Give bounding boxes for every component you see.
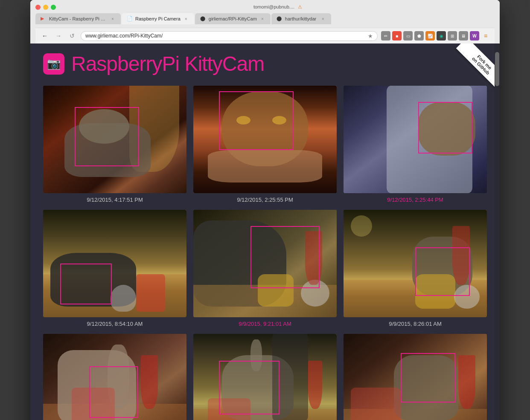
nav-action-menu[interactable]: ≡ <box>481 31 490 41</box>
cat-9 <box>394 355 458 420</box>
tab-close-girliemac[interactable]: × <box>259 16 265 22</box>
floral-7 <box>72 388 115 420</box>
browser-window: tomomi@pubnub.... ⚠ ▶ KittyCam - Raspber… <box>30 0 500 420</box>
timestamp-3: 9/12/2015, 2:25:44 PM <box>387 197 443 203</box>
image-cell-4: 9/12/2015, 8:54:10 AM <box>43 210 186 327</box>
person-legs-8 <box>272 334 308 420</box>
nav-action-monitor2[interactable]: 🖥 <box>459 31 468 41</box>
page-header: 📷 RaspberryPi KittyCam <box>43 52 487 75</box>
address-text: www.girliemac.com/RPi-KittyCam/ <box>85 33 365 39</box>
nav-action-chart[interactable]: 📈 <box>425 31 435 41</box>
light-6 <box>351 215 372 237</box>
tab-kittycam[interactable]: ▶ KittyCam - Raspberry Pi C... × <box>35 13 121 24</box>
image-container-3[interactable] <box>344 86 487 193</box>
minimize-button[interactable] <box>43 5 48 10</box>
fork-ribbon-label: Fork meon GitHub <box>456 43 500 90</box>
window-title-area: tomomi@pubnub.... ⚠ <box>61 4 495 10</box>
white-bowl-6 <box>454 285 480 308</box>
red-vase-8 <box>308 361 323 409</box>
image-cell-3: 9/12/2015, 2:25:44 PM <box>344 86 487 203</box>
forward-button[interactable]: → <box>53 31 64 41</box>
nav-action-red[interactable]: ■ <box>392 31 402 41</box>
tab-close-raspberry[interactable]: × <box>183 16 189 22</box>
page-content: Fork meon GitHub 📷 RaspberryPi KittyCam <box>30 43 500 420</box>
scrollbar-thumb[interactable] <box>495 52 499 86</box>
maximize-button[interactable] <box>51 5 56 10</box>
user-label: tomomi@pubnub.... <box>253 4 294 10</box>
tab-raspberry[interactable]: 📄 Raspberry Pi Camera × <box>122 13 194 24</box>
red-vase-9 <box>458 355 475 409</box>
tab-favicon-harthur: ⬤ <box>277 16 282 22</box>
tab-favicon-raspberry: 📄 <box>127 16 133 22</box>
camera-icon: 📷 <box>43 53 64 75</box>
address-bar[interactable]: www.girliemac.com/RPi-KittyCam/ ★ <box>81 31 378 41</box>
navigation-bar: ← → ↺ www.girliemac.com/RPi-KittyCam/ ★ … <box>35 28 495 43</box>
image-container-1[interactable] <box>43 86 186 193</box>
page-title: RaspberryPi KittyCam <box>71 52 264 75</box>
tab-close-harthur[interactable]: × <box>320 16 326 22</box>
item-4 <box>136 274 165 312</box>
camera-glyph: 📷 <box>47 57 61 70</box>
red-item-6 <box>452 226 469 285</box>
cat-head-1 <box>79 109 129 144</box>
image-container-5[interactable] <box>193 210 337 317</box>
nav-action-circle[interactable]: ◉ <box>437 31 446 41</box>
red-item-5 <box>305 231 322 285</box>
nav-action-monitor[interactable]: ▭ <box>403 31 413 41</box>
nav-actions: ✏ ■ ▭ ⬟ 📈 ◉ ⊞ 🖥 W ≡ <box>381 31 490 41</box>
tab-label-harthur: harthur/kittydar <box>285 16 317 21</box>
image-container-7[interactable] <box>43 334 186 420</box>
food-bowl-5 <box>258 274 294 307</box>
tab-girliemac[interactable]: ⬤ girliemac/RPi-KittyCam × <box>195 13 271 24</box>
image-cell-1: 9/12/2015, 4:17:51 PM <box>43 86 186 203</box>
tabs-row: ▶ KittyCam - Raspberry Pi C... × 📄 Raspb… <box>35 13 495 24</box>
nav-action-w[interactable]: W <box>470 31 479 41</box>
browser-controls-row: tomomi@pubnub.... ⚠ <box>35 4 495 10</box>
food-bowl-6 <box>415 274 455 309</box>
image-cell-8 <box>193 334 337 420</box>
image-grid: 9/12/2015, 4:17:51 PM 9/12/2015, 2:25:55… <box>43 86 487 420</box>
image-container-6[interactable] <box>344 210 487 317</box>
cat-eye-left <box>236 116 251 125</box>
nav-action-bookmark[interactable]: ⬟ <box>414 31 424 41</box>
cat-tail-8 <box>250 339 262 372</box>
red-item-7 <box>141 355 158 409</box>
image-cell-2: 9/12/2015, 2:25:55 PM <box>193 86 337 203</box>
cat-eye-right <box>272 116 287 125</box>
traffic-lights <box>35 5 56 10</box>
tab-label-kittycam: KittyCam - Raspberry Pi C... <box>49 16 107 21</box>
timestamp-1: 9/12/2015, 4:17:51 PM <box>87 197 143 203</box>
close-button[interactable] <box>35 5 41 10</box>
tab-label-raspberry: Raspberry Pi Camera <box>135 16 181 21</box>
timestamp-2: 9/12/2015, 2:25:55 PM <box>237 197 293 203</box>
image-cell-9 <box>344 334 487 420</box>
refresh-button[interactable]: ↺ <box>67 31 77 41</box>
timestamp-5: 9/9/2015, 9:21:01 AM <box>239 321 291 327</box>
tab-favicon-kittycam: ▶ <box>41 16 47 22</box>
timestamp-6: 9/9/2015, 8:26:01 AM <box>389 321 442 327</box>
tab-label-girliemac: girliemac/RPi-KittyCam <box>209 16 257 21</box>
floral-9 <box>351 388 401 420</box>
browser-titlebar: tomomi@pubnub.... ⚠ ▶ KittyCam - Raspber… <box>30 0 500 43</box>
cat-3 <box>418 102 475 156</box>
hands-2 <box>208 150 323 182</box>
image-cell-5: 9/9/2015, 9:21:01 AM <box>193 210 337 327</box>
scrollbar[interactable] <box>495 43 500 420</box>
floral-8 <box>208 398 251 420</box>
tab-harthur[interactable]: ⬤ harthur/kittydar × <box>271 13 331 24</box>
bowl-4 <box>111 285 136 312</box>
warning-icon: ⚠ <box>298 4 302 10</box>
back-button[interactable]: ← <box>40 31 50 41</box>
tab-close-kittycam[interactable]: × <box>110 16 116 22</box>
image-container-4[interactable] <box>43 210 186 317</box>
nav-action-pencil[interactable]: ✏ <box>381 31 390 41</box>
image-container-2[interactable] <box>193 86 337 193</box>
image-cell-7 <box>43 334 186 420</box>
bookmark-star-icon[interactable]: ★ <box>368 33 373 39</box>
image-container-8[interactable] <box>193 334 337 420</box>
nav-action-grid[interactable]: ⊞ <box>448 31 457 41</box>
image-container-9[interactable] <box>344 334 487 420</box>
image-cell-6: 9/9/2015, 8:26:01 AM <box>344 210 487 327</box>
timestamp-4: 9/12/2015, 8:54:10 AM <box>87 321 143 327</box>
tab-favicon-girliemac: ⬤ <box>200 16 206 22</box>
